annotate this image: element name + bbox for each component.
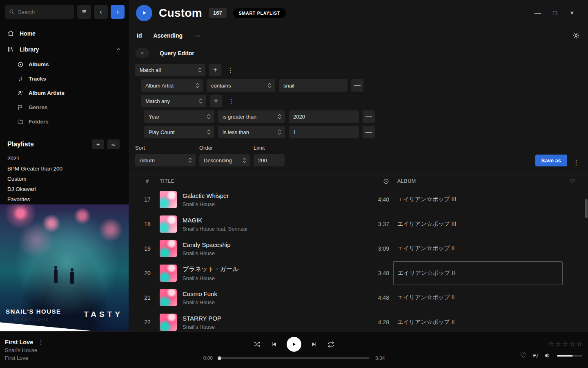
volume-button[interactable] bbox=[544, 352, 551, 359]
now-playing-artwork[interactable]: SNAIL'S HOUSE FIRST LOVE TASTY bbox=[0, 204, 129, 331]
playlist-item[interactable]: Custom bbox=[0, 174, 129, 184]
playlist-item[interactable]: Favorites bbox=[0, 194, 129, 204]
artwork-title: FIRST LOVE bbox=[6, 317, 61, 321]
sidebar-item-home[interactable]: Home bbox=[0, 25, 129, 41]
queue-button[interactable] bbox=[532, 352, 539, 359]
search-box[interactable] bbox=[5, 5, 74, 19]
scrollbar-thumb[interactable] bbox=[585, 199, 588, 218]
sidebar-item-albums[interactable]: Albums bbox=[0, 57, 129, 72]
close-button[interactable]: × bbox=[565, 7, 579, 19]
favorite-column-header[interactable]: ♡ bbox=[563, 178, 582, 184]
track-index: 21 bbox=[135, 294, 160, 301]
star-icon[interactable]: ☆ bbox=[562, 340, 568, 348]
rule-operator-select[interactable]: is less than bbox=[218, 126, 285, 138]
settings-button[interactable] bbox=[572, 32, 580, 39]
playlists-title: Playlists bbox=[7, 141, 89, 148]
maximize-button[interactable]: □ bbox=[548, 7, 562, 19]
remove-rule-button[interactable]: — bbox=[351, 79, 363, 92]
rule-value-input[interactable] bbox=[289, 126, 359, 138]
add-playlist-button[interactable]: + bbox=[92, 139, 104, 149]
index-column-header[interactable]: # bbox=[135, 178, 160, 184]
rule-operator-select[interactable]: contains bbox=[207, 79, 275, 92]
sort-field-control[interactable]: Id bbox=[137, 32, 142, 39]
title-column-header[interactable]: TITLE bbox=[160, 178, 356, 184]
table-row[interactable]: 17 Galactic Whisper Snail's House 4:40 エ… bbox=[129, 187, 588, 212]
track-album-focused[interactable]: エイリアン☆ポップ II bbox=[393, 261, 563, 285]
toolbar-more-button[interactable]: ⋯ bbox=[194, 32, 201, 40]
star-icon[interactable]: ☆ bbox=[555, 340, 561, 348]
sort-order-control[interactable]: Ascending bbox=[153, 32, 183, 39]
playlist-item[interactable]: 2021 bbox=[0, 153, 129, 164]
order-select[interactable]: Descending bbox=[199, 154, 250, 166]
track-album[interactable]: エイリアン☆ポップ III bbox=[393, 187, 563, 212]
group-options-button[interactable]: ⋮ bbox=[226, 97, 236, 105]
sidebar-item-library[interactable]: Library bbox=[0, 41, 129, 57]
group-match-mode-select[interactable]: Match any bbox=[141, 95, 206, 107]
sidebar-item-genres[interactable]: Genres bbox=[0, 100, 129, 114]
sort-options-button[interactable]: ⋮ bbox=[571, 159, 581, 166]
album-column-header[interactable]: ALBUM bbox=[393, 178, 563, 184]
sort-select[interactable]: Album bbox=[135, 154, 196, 166]
playlists-header: Playlists + bbox=[0, 139, 129, 149]
sidebar-item-album-artists[interactable]: Album Artists bbox=[0, 86, 129, 100]
playlist-item[interactable]: BPM Greater than 200 bbox=[0, 164, 129, 174]
nav-forward-button[interactable]: › bbox=[111, 5, 125, 19]
seek-bar[interactable] bbox=[218, 357, 370, 359]
rule-operator-select[interactable]: is greater than bbox=[218, 110, 285, 123]
table-row[interactable]: 21 Cosmo Funk Snail's House 4:48 エイリアン☆ポ… bbox=[129, 285, 588, 310]
table-row[interactable]: 20 プラネット・ガール Snail's House 3:48 エイリアン☆ポッ… bbox=[129, 261, 588, 285]
track-album[interactable]: エイリアン☆ポップ III bbox=[393, 212, 563, 236]
volume-slider[interactable] bbox=[557, 355, 582, 357]
table-row[interactable]: 22 STARRY POP Snail's House 4:28 エイリアン☆ポ… bbox=[129, 310, 588, 331]
minimize-button[interactable]: — bbox=[531, 7, 545, 19]
shuffle-button[interactable] bbox=[254, 341, 261, 348]
next-track-button[interactable] bbox=[311, 341, 318, 348]
repeat-button[interactable] bbox=[327, 341, 334, 348]
rule-value-input[interactable] bbox=[279, 79, 347, 92]
sidebar-item-folders[interactable]: Folders bbox=[0, 114, 129, 129]
track-album[interactable]: エイリアン☆ポップ II bbox=[393, 310, 563, 331]
track-duration: 4:40 bbox=[356, 196, 393, 203]
track-album[interactable]: エイリアン☆ポップ II bbox=[393, 285, 563, 310]
match-mode-select[interactable]: Match all bbox=[135, 64, 205, 76]
previous-track-button[interactable] bbox=[270, 341, 277, 348]
rule-field-select[interactable]: Year bbox=[144, 110, 214, 123]
track-artwork bbox=[160, 289, 177, 306]
star-icon[interactable]: ☆ bbox=[577, 340, 582, 348]
favorite-button[interactable]: ♡ bbox=[520, 351, 526, 360]
gear-icon bbox=[572, 32, 580, 39]
app-window: ≡ ‹ › Home Library bbox=[0, 0, 588, 331]
seek-handle[interactable] bbox=[218, 357, 221, 360]
play-pause-button[interactable] bbox=[287, 337, 301, 352]
menu-button[interactable]: ≡ bbox=[77, 5, 91, 19]
sidebar-item-tracks[interactable]: ♫ Tracks bbox=[0, 72, 129, 86]
playlist-item[interactable]: DJ Okawari bbox=[0, 184, 129, 194]
add-rule-button[interactable]: + bbox=[209, 64, 221, 76]
play-icon bbox=[141, 10, 147, 16]
select-chevrons-icon bbox=[199, 98, 203, 104]
table-row[interactable]: 19 Candy Spaceship Snail's House 3:09 エイ… bbox=[129, 236, 588, 261]
search-input[interactable] bbox=[18, 9, 70, 15]
remove-rule-button[interactable]: — bbox=[363, 110, 375, 123]
rule-field-select[interactable]: Album Artist bbox=[141, 79, 203, 92]
star-icon[interactable]: ☆ bbox=[548, 340, 554, 348]
rule-field-select[interactable]: Play Count bbox=[144, 126, 214, 138]
limit-input[interactable] bbox=[254, 154, 285, 166]
add-group-rule-button[interactable]: + bbox=[210, 95, 222, 107]
rule-options-button[interactable]: ⋮ bbox=[225, 66, 236, 74]
playlist-list-button[interactable] bbox=[107, 139, 120, 149]
now-playing-menu-button[interactable]: ⋮ bbox=[38, 339, 44, 346]
track-album[interactable]: エイリアン☆ポップ II bbox=[393, 236, 563, 261]
query-rule-row: Year is greater than — bbox=[144, 110, 581, 123]
rule-value-input[interactable] bbox=[289, 110, 359, 123]
star-icon[interactable]: ☆ bbox=[569, 340, 575, 348]
search-icon bbox=[9, 9, 15, 15]
play-playlist-button[interactable] bbox=[136, 5, 152, 21]
remove-rule-button[interactable]: — bbox=[363, 126, 375, 138]
collapse-query-editor-button[interactable] bbox=[135, 48, 149, 58]
sidebar-item-label: Albums bbox=[29, 61, 49, 67]
table-row[interactable]: 18 MAGIK Snail's House feat. Sennzai 3:3… bbox=[129, 212, 588, 236]
nav-back-button[interactable]: ‹ bbox=[94, 5, 108, 19]
save-as-button[interactable]: Save as bbox=[535, 155, 567, 166]
duration-column-header[interactable] bbox=[383, 178, 393, 184]
